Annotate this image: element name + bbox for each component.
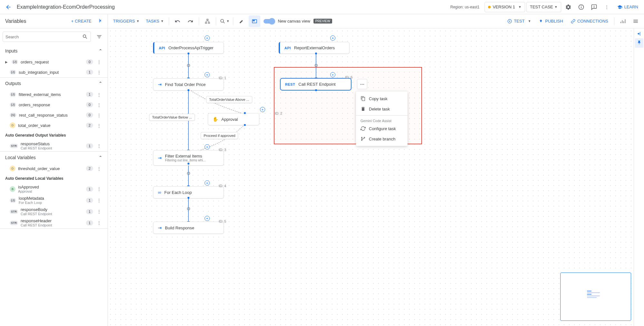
triggers-dropdown[interactable]: TRIGGERS▼: [111, 17, 142, 25]
gear-icon[interactable]: ⚙: [313, 62, 319, 69]
learn-button[interactable]: LEARN: [614, 5, 641, 10]
create-variable-button[interactable]: + CREATE: [71, 19, 91, 24]
variable-row[interactable]: STRresponseBodyCall REST Endpoint1⋮: [0, 206, 108, 217]
zoom-button[interactable]: ▼: [219, 15, 230, 27]
menu-configure-task[interactable]: Configure task: [356, 123, 408, 134]
connector-dot[interactable]: [187, 163, 189, 165]
add-node-button[interactable]: +: [205, 35, 210, 41]
connector-dot[interactable]: [315, 89, 317, 91]
back-button[interactable]: [3, 1, 14, 13]
menu-create-branch[interactable]: Create branch: [356, 134, 408, 144]
connector-dot[interactable]: [315, 53, 317, 54]
feedback-icon[interactable]: [588, 1, 600, 13]
trigger-node-report-external[interactable]: APIReportExternalOrders: [279, 42, 350, 54]
auto-layout-button[interactable]: [202, 15, 213, 27]
connector-dot[interactable]: [187, 53, 189, 54]
analytics-icon[interactable]: [617, 15, 629, 27]
more-icon[interactable]: ⋮: [96, 101, 102, 109]
expand-panel-icon[interactable]: ◂|: [637, 31, 640, 36]
more-icon[interactable]: ⋮: [96, 58, 102, 66]
edge-label[interactable]: TotalOrderValue Above ...: [206, 96, 252, 103]
variable-row[interactable]: {J}filtered_external_items1⋮: [0, 89, 108, 100]
add-node-button[interactable]: +: [330, 72, 335, 77]
task-node-find-total[interactable]: ⇥Find Total Order Price: [153, 78, 224, 91]
filter-icon[interactable]: [93, 31, 105, 43]
canvas-view-toggle[interactable]: [264, 19, 274, 24]
tasks-label: TASKS: [146, 19, 159, 24]
add-node-button[interactable]: +: [205, 144, 210, 149]
trash-icon: [360, 106, 366, 111]
collapse-sidebar-button[interactable]: [97, 18, 102, 24]
connections-button[interactable]: CONNECTIONS: [568, 17, 611, 25]
node-type-label: API: [159, 46, 165, 50]
redo-button[interactable]: [185, 15, 196, 27]
variable-row[interactable]: Dtotal_order_value2⋮: [0, 120, 108, 130]
undo-button[interactable]: [172, 15, 183, 27]
task-node-call-rest[interactable]: RESTCall REST Endpoint: [280, 78, 351, 90]
count-badge: 1: [86, 143, 93, 149]
settings-icon[interactable]: [562, 1, 574, 13]
variables-title: Variables: [5, 18, 71, 24]
gear-icon[interactable]: ⚙: [185, 62, 192, 69]
variable-row[interactable]: STRresponseStatusCall REST Endpoint1⋮: [0, 140, 108, 151]
menu-copy-task[interactable]: Copy task: [356, 93, 408, 104]
expand-icon[interactable]: ▶: [5, 60, 9, 64]
locals-section-header[interactable]: Local Variables⌃: [0, 152, 108, 163]
add-node-button[interactable]: +: [205, 216, 210, 221]
node-more-button[interactable]: ⋯: [357, 79, 367, 89]
more-icon[interactable]: ⋮: [601, 1, 613, 13]
more-icon[interactable]: ⋮: [96, 69, 102, 76]
outputs-section-header[interactable]: Outputs⌃: [0, 78, 108, 89]
more-icon[interactable]: ⋮: [96, 91, 102, 98]
more-icon[interactable]: ⋮: [96, 197, 102, 204]
add-node-button[interactable]: +: [205, 72, 210, 77]
variable-row[interactable]: {S}rest_call_response_status0⋮: [0, 110, 108, 120]
variable-row[interactable]: {J}loopMetadataFor Each Loop1⋮: [0, 195, 108, 206]
edge-label[interactable]: TotalOrderValue Below ...: [149, 114, 195, 121]
inputs-section-header[interactable]: Inputs⌃: [0, 45, 108, 57]
pin-icon[interactable]: [635, 38, 643, 48]
search-input[interactable]: [5, 34, 82, 39]
version-dropdown[interactable]: VERSION 1 ▼: [485, 2, 525, 12]
variable-row[interactable]: {J}orders_response0⋮: [0, 100, 108, 110]
more-icon[interactable]: ⋮: [96, 219, 102, 226]
more-icon[interactable]: ⋮: [96, 165, 102, 172]
variable-row[interactable]: Dthreshold_order_value2⋮: [0, 163, 108, 174]
task-node-build-response[interactable]: ⇥Build Response: [153, 222, 224, 234]
canvas-mode-button[interactable]: [249, 15, 260, 27]
add-node-button[interactable]: +: [330, 35, 335, 41]
variable-row[interactable]: BisApprovedApproval1⋮: [0, 183, 108, 195]
more-icon[interactable]: ⋮: [96, 185, 102, 193]
test-button[interactable]: TEST▼: [504, 17, 534, 25]
test-case-dropdown[interactable]: TEST CASE ▼: [526, 2, 561, 12]
add-node-button[interactable]: +: [260, 107, 265, 112]
add-node-button[interactable]: +: [205, 180, 210, 186]
chevron-up-icon: ⌃: [99, 81, 102, 86]
search-input-container[interactable]: [3, 32, 91, 42]
canvas[interactable]: APIOrderProcessApiTrigger + ⚙ ⇥Find Tota…: [108, 28, 644, 326]
publish-button[interactable]: PUBLISH: [535, 17, 566, 25]
connector-dot[interactable]: [244, 112, 246, 114]
more-icon[interactable]: ⋮: [96, 122, 102, 129]
minimap[interactable]: [560, 273, 631, 321]
edge-label[interactable]: Proceed if approved: [201, 132, 238, 139]
test-case-label: TEST CASE: [530, 5, 553, 9]
connector-dot[interactable]: [187, 197, 189, 199]
logs-icon[interactable]: [630, 15, 641, 27]
menu-delete-task[interactable]: Delete task: [356, 104, 408, 114]
variable-row[interactable]: {J} sub_integration_input 1 ⋮: [0, 67, 108, 77]
gear-icon[interactable]: ⚙: [185, 206, 192, 212]
tasks-dropdown[interactable]: TASKS▼: [143, 17, 167, 25]
trigger-node-order-process[interactable]: APIOrderProcessApiTrigger: [153, 42, 224, 54]
variable-row[interactable]: STRresponseHeaderCall REST Endpoint1⋮: [0, 217, 108, 228]
more-icon[interactable]: ⋮: [96, 142, 102, 149]
task-node-approval[interactable]: ✋Approval: [208, 113, 259, 125]
edit-button[interactable]: [236, 15, 247, 27]
more-icon[interactable]: ⋮: [96, 111, 102, 119]
gear-icon[interactable]: ⚙: [185, 170, 192, 177]
connector-dot[interactable]: [187, 89, 189, 91]
variable-row[interactable]: ▶ {J} orders_request 0 ⋮: [0, 57, 108, 67]
connector-dot[interactable]: [244, 124, 246, 126]
info-icon[interactable]: [575, 1, 587, 13]
more-icon[interactable]: ⋮: [96, 208, 102, 215]
